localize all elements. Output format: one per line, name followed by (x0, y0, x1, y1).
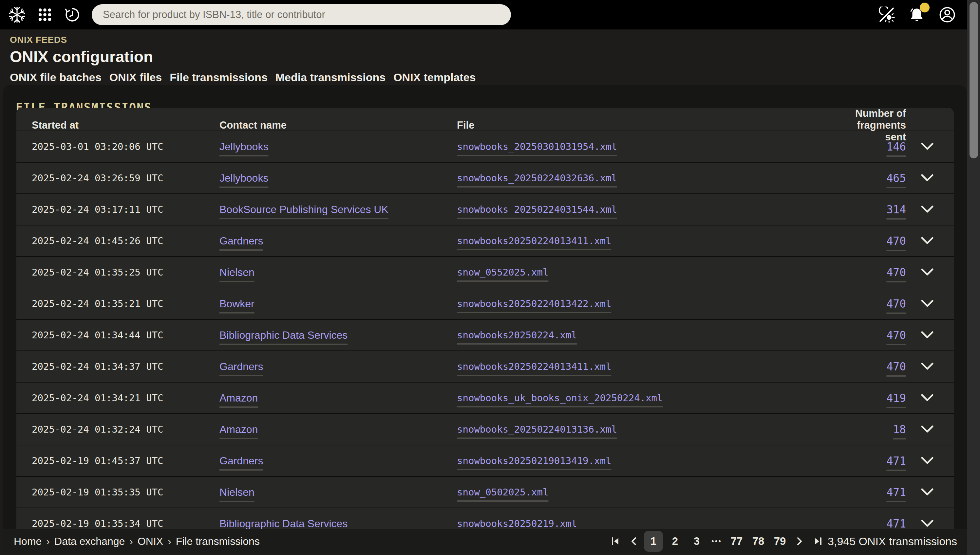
started-at-cell: 2025-02-24 01:45:26 UTC (32, 235, 219, 246)
file-link[interactable]: snow_0552025.xml (457, 267, 834, 278)
product-search-input[interactable] (102, 8, 500, 21)
notification-badge (920, 3, 930, 13)
contact-link[interactable]: Bibliographic Data Services (219, 518, 457, 530)
table-row: 2025-02-19 01:35:35 UTC Nielsen snow_050… (16, 477, 954, 508)
started-at-cell: 2025-02-24 03:17:11 UTC (32, 204, 219, 215)
file-link[interactable]: snowbooks_20250224032636.xml (457, 172, 834, 184)
contact-link[interactable]: Nielsen (219, 486, 457, 498)
pagination-page-1[interactable]: 1 (644, 531, 663, 552)
page-scrollbar[interactable] (967, 0, 980, 555)
contact-link[interactable]: Amazon (219, 423, 457, 436)
breadcrumb-home[interactable]: Home (14, 535, 42, 547)
started-at-cell: 2025-02-24 01:35:25 UTC (32, 267, 219, 278)
file-link[interactable]: snowbooks20250224013411.xml (457, 235, 834, 246)
fragments-link[interactable]: 470 (886, 360, 906, 373)
breadcrumb-onix[interactable]: ONIX (138, 535, 163, 547)
snowflake-icon[interactable] (8, 6, 26, 23)
next-page-button[interactable] (792, 531, 807, 552)
started-at-cell: 2025-03-01 03:20:06 UTC (32, 141, 219, 152)
file-link[interactable]: snowbooks_20250224013136.xml (457, 424, 834, 435)
contact-link[interactable]: BookSource Publishing Services UK (219, 204, 457, 216)
started-at-cell: 2025-02-19 01:45:37 UTC (32, 455, 219, 466)
started-at-cell: 2025-02-24 03:26:59 UTC (32, 172, 219, 184)
contact-link[interactable]: Jellybooks (219, 141, 457, 153)
file-link[interactable]: snowbooks_20250301031954.xml (457, 141, 834, 152)
pagination-page-79[interactable]: 79 (770, 531, 789, 552)
contact-link[interactable]: Gardners (219, 361, 457, 373)
file-link[interactable]: snowbooks20250219.xml (457, 518, 834, 529)
fragments-link[interactable]: 419 (886, 392, 906, 404)
fragments-link[interactable]: 471 (886, 454, 906, 467)
first-page-button[interactable] (607, 531, 624, 552)
row-expand-button[interactable] (919, 329, 936, 342)
started-at-cell: 2025-02-19 01:35:35 UTC (32, 487, 219, 498)
pagination-ellipsis: ••• (709, 537, 724, 545)
contact-link[interactable]: Bowker (219, 298, 457, 310)
pagination-page-77[interactable]: 77 (727, 531, 746, 552)
file-link[interactable]: snowbooks_20250224031544.xml (457, 204, 834, 215)
table-row: 2025-02-24 01:35:25 UTC Nielsen snow_055… (16, 257, 954, 288)
scrollbar-thumb[interactable] (970, 2, 978, 159)
file-link[interactable]: snowbooks20250224013411.xml (457, 361, 834, 372)
pagination-page-3[interactable]: 3 (687, 531, 706, 552)
fragments-link[interactable]: 471 (886, 486, 906, 499)
breadcrumb-eyebrow[interactable]: ONIX FEEDS (10, 35, 967, 45)
apps-grid-icon[interactable] (37, 7, 52, 22)
row-expand-button[interactable] (919, 391, 936, 404)
file-link[interactable]: snowbooks20250224.xml (457, 329, 834, 341)
page-header: ONIX FEEDS ONIX configuration ONIX file … (0, 29, 967, 85)
breadcrumb: Home › Data exchange › ONIX › File trans… (14, 535, 260, 547)
account-icon[interactable] (939, 6, 956, 23)
row-expand-button[interactable] (919, 454, 936, 467)
contact-link[interactable]: Bibliographic Data Services (219, 329, 457, 341)
fragments-link[interactable]: 471 (886, 517, 906, 530)
row-expand-button[interactable] (919, 360, 936, 373)
table-row: 2025-02-24 01:34:44 UTC Bibliographic Da… (16, 320, 954, 351)
table-row: 2025-02-24 01:45:26 UTC Gardners snowboo… (16, 226, 954, 257)
last-page-button[interactable] (810, 531, 826, 552)
file-link[interactable]: snowbooks20250219013419.xml (457, 455, 834, 466)
row-expand-button[interactable] (919, 517, 936, 530)
contact-link[interactable]: Amazon (219, 392, 457, 404)
started-at-cell: 2025-02-24 01:34:21 UTC (32, 392, 219, 404)
page-title: ONIX configuration (10, 48, 967, 66)
theme-toggle-icon[interactable] (879, 6, 895, 23)
breadcrumb-separator: › (46, 535, 50, 547)
row-expand-button[interactable] (919, 423, 936, 436)
table-header-row: Started at Contact name File Number of f… (16, 107, 954, 131)
breadcrumb-data-exchange[interactable]: Data exchange (55, 535, 125, 547)
fragments-link[interactable]: 470 (886, 266, 906, 279)
row-expand-button[interactable] (919, 203, 936, 216)
contact-link[interactable]: Gardners (219, 235, 457, 247)
table-row: 2025-02-24 01:34:21 UTC Amazon snowbooks… (16, 383, 954, 414)
main-content-panel: FILE TRANSMISSIONS Started at Contact na… (3, 85, 967, 553)
file-link[interactable]: snowbooks20250224013422.xml (457, 298, 834, 309)
notifications-button[interactable] (909, 6, 925, 23)
fragments-link[interactable]: 470 (886, 329, 906, 342)
row-expand-button[interactable] (919, 486, 936, 499)
pagination-page-2[interactable]: 2 (666, 531, 685, 552)
breadcrumb-separator: › (129, 535, 133, 547)
row-expand-button[interactable] (919, 297, 936, 310)
fragments-link[interactable]: 470 (886, 297, 906, 310)
row-expand-button[interactable] (919, 172, 936, 184)
history-icon[interactable] (64, 6, 80, 23)
file-link[interactable]: snow_0502025.xml (457, 487, 834, 498)
contact-link[interactable]: Gardners (219, 455, 457, 467)
pagination-page-78[interactable]: 78 (749, 531, 768, 552)
row-expand-button[interactable] (919, 140, 936, 153)
fragments-link[interactable]: 465 (886, 172, 906, 184)
row-expand-button[interactable] (919, 266, 936, 279)
fragments-link[interactable]: 146 (886, 140, 906, 153)
started-at-cell: 2025-02-24 01:35:21 UTC (32, 298, 219, 309)
fragments-link[interactable]: 470 (886, 235, 906, 247)
fragments-link[interactable]: 18 (893, 423, 906, 436)
row-expand-button[interactable] (919, 234, 936, 247)
breadcrumb-file-transmissions[interactable]: File transmissions (176, 535, 260, 547)
contact-link[interactable]: Nielsen (219, 266, 457, 279)
file-link[interactable]: snowbooks_uk_books_onix_20250224.xml (457, 392, 834, 404)
total-transmissions-count: 3,945 ONIX transmissions (828, 535, 957, 548)
contact-link[interactable]: Jellybooks (219, 172, 457, 184)
previous-page-button[interactable] (626, 531, 641, 552)
fragments-link[interactable]: 314 (886, 203, 906, 216)
